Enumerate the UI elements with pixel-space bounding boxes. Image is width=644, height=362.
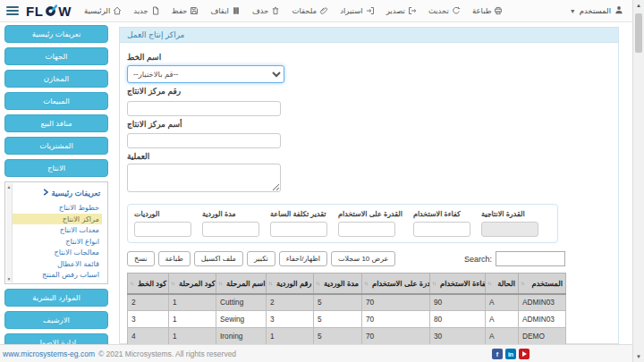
toolbar-button[interactable]: تحديث (428, 6, 461, 15)
submenu-header[interactable]: تعريفات رئيسية (11, 189, 100, 198)
logo-swirl-icon (44, 4, 57, 18)
table-toolbar-button[interactable]: اظهار/اخفاء (279, 251, 327, 266)
table-toolbar-buttons: نسخطباعةملف اكسيلتكبيراظهار/اخفاءعرض 10 … (127, 251, 399, 266)
sidebar-button[interactable]: المشتريات (4, 137, 108, 155)
sidebar-button[interactable]: المبيعات (4, 92, 108, 110)
submenu-scrollbar[interactable]: ▲ ▼ (6, 183, 13, 282)
center-number-input[interactable] (127, 101, 281, 116)
column-header[interactable]: ↑↓كود المرحلة (169, 274, 216, 294)
table-row[interactable]: 21Cutting257090AADMIN03 (128, 294, 566, 311)
linkedin-icon[interactable]: in (505, 349, 516, 359)
column-header[interactable]: ↑↓رقم الوردية (267, 274, 314, 294)
sidebar-submenu-item[interactable]: خطوط الانتاج (9, 202, 102, 213)
metric-input[interactable] (202, 222, 259, 237)
table-cell: 70 (362, 311, 430, 328)
center-name-input[interactable] (127, 133, 281, 148)
table-row[interactable]: 31Sewing357080AADMIN03 (128, 311, 566, 328)
toolbar-button[interactable]: جديد (133, 6, 160, 15)
metric-field: مدة الوردية (202, 210, 259, 237)
footer-link[interactable]: www.microsystems-eg.com (3, 349, 95, 358)
line-name-select[interactable]: --قم بالاختيار-- (127, 65, 284, 83)
column-header[interactable]: ↑↓المستخدم (519, 274, 566, 294)
sidebar-button[interactable]: الانتاج (4, 159, 108, 177)
table-cell: 1 (169, 311, 216, 328)
metric-input[interactable] (413, 222, 470, 237)
toolbar-button[interactable]: استيراد (340, 6, 374, 15)
sidebar-submenu-item[interactable]: مواصفات الاصناف (9, 281, 102, 285)
facebook-icon[interactable]: f (492, 349, 503, 359)
operation-textarea[interactable] (127, 164, 281, 192)
content-panel: مراكز إنتاج العمل اسم الخط --قم بالاختيا… (119, 27, 619, 344)
sidebar-button[interactable]: تعريفات رئيسية (4, 25, 108, 43)
table-toolbar-button[interactable]: نسخ (127, 251, 155, 266)
scroll-down-icon[interactable]: ▼ (6, 276, 12, 282)
toolbar-button[interactable]: الرئيسية (84, 6, 122, 15)
scrollbar-down-icon[interactable]: ▼ (633, 354, 644, 359)
column-header[interactable]: ↑↓كفاءة الاستخدام (430, 274, 486, 294)
menu-icon[interactable] (6, 4, 19, 17)
column-header[interactable]: ↑↓مدة الوردية (314, 274, 362, 294)
caret-down-icon: ▼ (570, 8, 576, 14)
search-input[interactable] (496, 251, 565, 266)
table-toolbar-button[interactable]: طباعة (158, 251, 191, 266)
line-name-label: اسم الخط (127, 53, 611, 62)
toolbar-button[interactable]: حفظ (172, 6, 199, 15)
table-cell: A (486, 328, 519, 345)
table-cell: 3 (128, 311, 169, 328)
table-toolbar-button[interactable]: ملف اكسيل (194, 251, 243, 266)
table-cell: Cutting (216, 294, 267, 311)
table-cell: DEMO (519, 328, 566, 345)
table-row[interactable]: 41Ironing157030ADEMO (128, 328, 566, 345)
window-scrollbar[interactable]: ▲ ▼ (632, 0, 644, 362)
save-icon (190, 6, 199, 15)
attachment-icon (319, 6, 328, 15)
table-cell: 70 (362, 328, 430, 345)
sidebar-button[interactable]: الجهات (4, 47, 108, 65)
scrollbar-up-icon[interactable]: ▲ (633, 3, 644, 8)
table-cell: Sewing (216, 311, 267, 328)
metric-input[interactable] (134, 222, 191, 237)
column-header[interactable]: ↑↓الحالة (486, 274, 519, 294)
scroll-up-icon[interactable]: ▲ (6, 184, 12, 189)
table-toolbar-button[interactable]: عرض 10 سجلات (331, 251, 395, 266)
toolbar-button[interactable]: تصدير (386, 6, 417, 15)
social-icons: f in (492, 349, 530, 359)
sidebar-top-buttons: تعريفات رئيسيةالجهاتالمخازنالمبيعاتمنافذ… (0, 25, 117, 177)
center-number-label: رقم مركز الانتاج (127, 87, 611, 96)
scrollbar-thumb[interactable] (635, 13, 642, 53)
user-icon (614, 5, 623, 16)
column-header[interactable]: ↑↓كود الخط (128, 274, 169, 294)
metric-field: كفاءة الاستخدام (413, 210, 470, 237)
toolbar-button[interactable]: طباعة (472, 6, 504, 15)
sidebar-submenu-item[interactable]: اسباب رفض المنتج (9, 269, 102, 280)
sidebar-button[interactable]: الارشيف (4, 311, 108, 329)
sidebar-submenu-item[interactable]: معدات الانتاج (9, 224, 102, 235)
sidebar: تعريفات رئيسيةالجهاتالمخازنالمبيعاتمنافذ… (0, 22, 117, 344)
sidebar-button[interactable]: منافذ البيع (4, 114, 108, 132)
table-cell: 1 (169, 294, 216, 311)
metric-input[interactable] (270, 222, 327, 237)
table-toolbar-button[interactable]: تكبير (247, 251, 275, 266)
toolbar-button[interactable]: ايقاف (210, 6, 240, 15)
sidebar-button[interactable]: المخازن (4, 70, 108, 88)
user-menu[interactable]: ▼ المستخدم (570, 5, 623, 16)
sidebar-button[interactable]: الموارد البشرية (4, 289, 108, 307)
metric-label: القدرة على الاستخدام (338, 210, 402, 218)
submenu-items: خطوط الانتاجمراكز الانتاجمعدات الانتاجان… (9, 202, 102, 284)
import-icon (366, 6, 375, 15)
sidebar-submenu-item[interactable]: معالجات الانتاج (9, 247, 102, 257)
user-menu-label: المستخدم (580, 6, 611, 15)
metric-field: الورديات (134, 210, 191, 237)
toolbar-button[interactable]: حذف (252, 6, 281, 15)
metric-input[interactable] (338, 222, 395, 237)
sidebar-submenu-item[interactable]: انواع الانتاج (9, 236, 102, 247)
youtube-icon[interactable] (519, 349, 530, 359)
table-cell: 2 (267, 294, 314, 311)
toolbar-button[interactable]: ملحقات (292, 6, 328, 15)
sort-icon: ↑↓ (487, 281, 491, 286)
sidebar-submenu-item[interactable]: مراكز الانتاج (9, 214, 102, 224)
operation-label: العملية (127, 152, 611, 161)
column-header[interactable]: ↑↓اسم المرحلة (216, 274, 267, 294)
sidebar-submenu-item[interactable]: قائمة الاعطال (9, 258, 102, 269)
column-header[interactable]: ↑↓القدرة على الاستخدام (362, 274, 430, 294)
